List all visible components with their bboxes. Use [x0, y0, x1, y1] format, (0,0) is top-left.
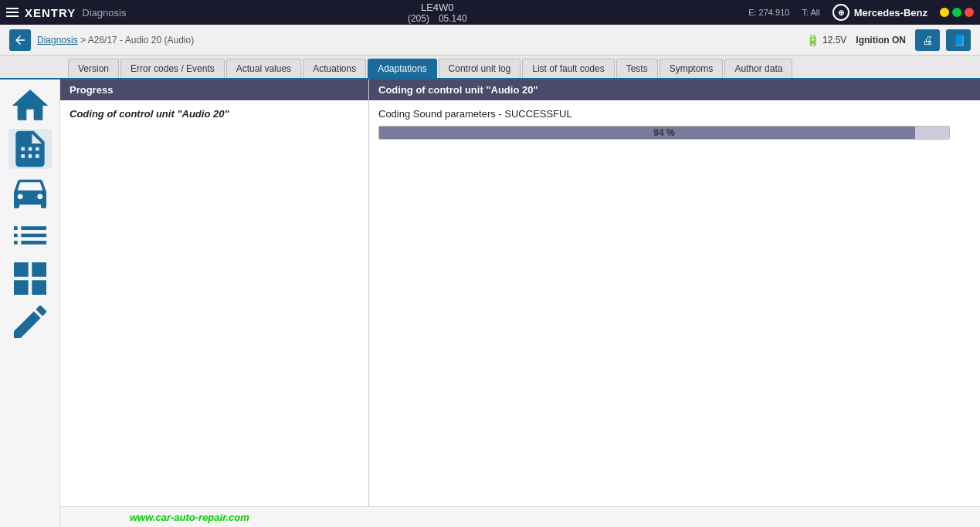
watermark-text: www.car-auto-repair.com [130, 512, 249, 523]
window-controls[interactable] [940, 8, 974, 17]
breadcrumb-separator: > [80, 35, 88, 46]
coding-status-text: Coding Sound parameters - SUCCESSFUL [378, 108, 971, 120]
tab-version[interactable]: Version [68, 59, 119, 78]
sidebar-item-list[interactable] [8, 215, 52, 255]
coords-t: T: All [802, 8, 819, 17]
header-bar: Diagnosis > A26/17 - Audio 20 (Audio) 🔋 … [0, 25, 980, 56]
sidebar-item-notes[interactable] [8, 302, 52, 342]
title-bar-left: XENTRY Diagnosis [6, 6, 126, 19]
sidebar-item-grid[interactable] [8, 258, 52, 299]
progress-bar-container: 94 % [378, 126, 950, 140]
tabs-bar: Version Error codes / Events Actual valu… [0, 56, 980, 79]
print-button[interactable]: 🖨 [915, 29, 940, 51]
sidebar-item-vehicle-info[interactable] [8, 172, 52, 212]
sidebar-item-report[interactable] [8, 129, 52, 169]
tab-list-fault-codes[interactable]: List of fault codes [522, 59, 614, 78]
right-pane-body: Coding Sound parameters - SUCCESSFUL 94 … [369, 100, 980, 506]
right-pane-header: Coding of control unit "Audio 20" [369, 79, 980, 100]
breadcrumb-diagnosis[interactable]: Diagnosis [37, 35, 78, 46]
main-layout: Progress Coding of control unit "Audio 2… [0, 79, 980, 527]
header-right: 🔋 12.5V Ignition ON 🖨 📘 [806, 29, 971, 51]
sidebar [0, 79, 60, 527]
center-info2: 05.140 [439, 13, 467, 24]
tab-tests[interactable]: Tests [616, 59, 658, 78]
maximize-button[interactable] [952, 8, 961, 17]
nav-back-icon[interactable] [9, 29, 31, 51]
progress-item: Coding of control unit "Audio 20" [70, 108, 359, 120]
tab-control-unit-log[interactable]: Control unit log [439, 59, 521, 78]
left-pane-header: Progress [60, 79, 368, 100]
sidebar-item-home[interactable] [8, 86, 52, 126]
vehicle-id: LE4W0 [421, 2, 454, 13]
action-icons: 🖨 📘 [915, 29, 971, 51]
footer: www.car-auto-repair.com [60, 506, 980, 527]
hamburger-menu[interactable] [6, 8, 19, 17]
left-pane: Progress Coding of control unit "Audio 2… [60, 79, 369, 506]
app-name: XENTRY [25, 6, 76, 19]
progress-bar-fill [379, 127, 915, 139]
book-button[interactable]: 📘 [946, 29, 971, 51]
battery-voltage: 12.5V [822, 35, 846, 46]
progress-label: 94 % [653, 127, 674, 138]
header-left: Diagnosis > A26/17 - Audio 20 (Audio) [9, 29, 194, 51]
center-info1: (205) [408, 13, 429, 24]
ignition-status: Ignition ON [856, 35, 906, 46]
brand-name: Mercedes-Benz [854, 7, 927, 19]
tab-actuations[interactable]: Actuations [303, 59, 366, 78]
breadcrumb-current: A26/17 - Audio 20 (Audio) [88, 35, 194, 46]
split-pane: Progress Coding of control unit "Audio 2… [60, 79, 980, 506]
tab-symptoms[interactable]: Symptoms [660, 59, 724, 78]
tab-author-data[interactable]: Author data [724, 59, 792, 78]
minimize-button[interactable] [940, 8, 949, 17]
breadcrumb: Diagnosis > A26/17 - Audio 20 (Audio) [37, 35, 194, 46]
left-pane-body: Coding of control unit "Audio 20" [60, 100, 368, 506]
diagnosis-label: Diagnosis [82, 7, 126, 19]
title-bar-center: LE4W0 (205) 05.140 [408, 2, 467, 24]
close-button[interactable] [965, 8, 974, 17]
progress-bar-remainder [915, 127, 949, 139]
tab-error-codes[interactable]: Error codes / Events [120, 59, 225, 78]
battery-info: 🔋 12.5V [806, 34, 846, 46]
mb-circle-icon: ⊕ [832, 4, 849, 21]
battery-icon: 🔋 [806, 34, 819, 46]
mercedes-benz-logo: ⊕ Mercedes-Benz [832, 4, 927, 21]
tab-adaptations[interactable]: Adaptations [368, 59, 436, 78]
title-bar: XENTRY Diagnosis LE4W0 (205) 05.140 E: 2… [0, 0, 980, 25]
tab-actual-values[interactable]: Actual values [226, 59, 301, 78]
title-bar-right: E: 274.910 T: All ⊕ Mercedes-Benz [748, 4, 974, 21]
right-pane: Coding of control unit "Audio 20" Coding… [369, 79, 980, 506]
content-area: Progress Coding of control unit "Audio 2… [60, 79, 980, 527]
coords-e: E: 274.910 [748, 8, 789, 17]
